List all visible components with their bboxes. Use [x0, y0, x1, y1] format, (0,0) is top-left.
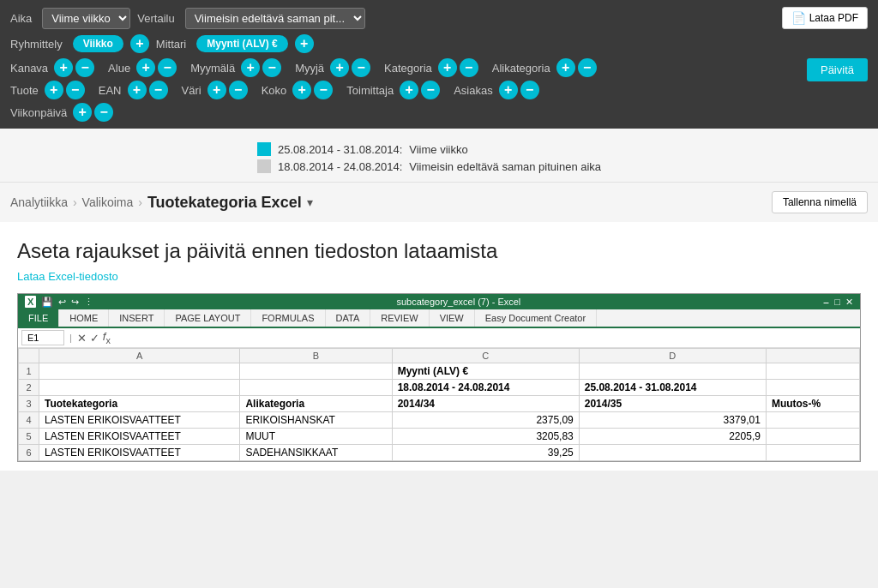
cell-a5[interactable]: LASTEN ERIKOISVAATTEET [39, 429, 240, 445]
paivita-button[interactable]: Päivitä [807, 58, 868, 81]
formula-input[interactable] [116, 333, 857, 343]
toimittaja-add[interactable]: + [400, 81, 418, 99]
cell-e3[interactable]: Muutos-% [766, 396, 859, 412]
cell-e1[interactable] [766, 363, 859, 380]
cell-e4[interactable] [766, 412, 859, 429]
lataa-excel-link[interactable]: Lataa Excel-tiedosto [17, 270, 118, 283]
viikonpaiva-label: Viikonpäivä [10, 106, 67, 119]
vertailu-select[interactable]: Viimeisin edeltävä saman pit... [185, 8, 365, 29]
tab-view[interactable]: VIEW [430, 309, 475, 327]
tuote-remove[interactable]: − [66, 81, 85, 99]
kategoria-remove[interactable]: − [460, 58, 478, 77]
formula-sep: | [69, 333, 72, 343]
viikonpaiva-add[interactable]: + [73, 103, 92, 122]
cell-d1[interactable] [579, 363, 766, 380]
cell-a2[interactable] [39, 380, 240, 396]
cell-e2[interactable] [766, 380, 859, 396]
alue-add[interactable]: + [136, 58, 155, 77]
asiakas-add[interactable]: + [499, 81, 518, 99]
alue-remove[interactable]: − [158, 58, 177, 77]
cancel-formula-button[interactable]: ✕ [77, 332, 87, 345]
kategoria-add[interactable]: + [438, 58, 457, 77]
dim-viikonpaiva: Viikonpäivä + − [10, 103, 113, 122]
confirm-formula-button[interactable]: ✓ [90, 332, 99, 345]
cell-c5[interactable]: 3205,83 [392, 429, 579, 445]
cell-d3[interactable]: 2014/35 [579, 396, 766, 412]
insert-function-button[interactable]: fx [103, 330, 111, 345]
cell-c2[interactable]: 18.08.2014 - 24.08.2014 [392, 380, 579, 396]
cell-d2[interactable]: 25.08.2014 - 31.08.2014 [579, 380, 766, 396]
kanava-remove[interactable]: − [75, 58, 94, 77]
cell-b3[interactable]: Alikategoria [240, 396, 392, 412]
vari-add[interactable]: + [207, 81, 226, 99]
cell-c4[interactable]: 2375,09 [392, 412, 579, 429]
asiakas-remove[interactable]: − [520, 81, 539, 99]
kanava-add[interactable]: + [54, 58, 73, 77]
cell-c1[interactable]: Myynti (ALV) € [392, 363, 579, 380]
maximize-icon[interactable]: □ [834, 297, 840, 308]
cell-reference[interactable]: E1 [21, 330, 64, 345]
tab-insert[interactable]: INSERT [109, 309, 165, 327]
cell-c6[interactable]: 39,25 [392, 445, 579, 461]
excel-quick-save[interactable]: 💾 [41, 297, 53, 308]
excel-redo[interactable]: ↪ [71, 297, 79, 308]
myyja-remove[interactable]: − [352, 58, 370, 77]
legend-date-1: 25.08.2014 - 31.08.2014: [278, 143, 402, 156]
lataa-pdf-button[interactable]: 📄 Lataa PDF [782, 7, 868, 29]
cell-c3[interactable]: 2014/34 [392, 396, 579, 412]
tab-page-layout[interactable]: PAGE LAYOUT [165, 309, 251, 327]
cell-d5[interactable]: 2205,9 [579, 429, 766, 445]
tuote-add[interactable]: + [45, 81, 63, 99]
mittari-add-button[interactable]: + [295, 34, 314, 53]
tab-easy-doc[interactable]: Easy Document Creator [475, 309, 597, 327]
tab-data[interactable]: DATA [326, 309, 371, 327]
ean-label: EAN [99, 84, 122, 97]
excel-mockup: X 💾 ↩ ↪ ⋮ subcategory_excel (7) - Excel … [17, 293, 861, 462]
toimittaja-remove[interactable]: − [421, 81, 440, 99]
cell-a4[interactable]: LASTEN ERIKOISVAATTEET [39, 412, 240, 429]
ryhmittely-add-button[interactable]: + [130, 34, 149, 53]
cell-e5[interactable] [766, 429, 859, 445]
excel-more[interactable]: ⋮ [84, 297, 93, 308]
minimize-icon[interactable]: ‒ [823, 297, 829, 308]
myymala-remove[interactable]: − [262, 58, 281, 77]
cell-b5[interactable]: MUUT [240, 429, 392, 445]
breadcrumb-part1[interactable]: Analytiikka [10, 195, 68, 209]
vari-remove[interactable]: − [229, 81, 248, 99]
alikategoria-add[interactable]: + [556, 58, 575, 77]
breadcrumb-dropdown-icon[interactable]: ▾ [307, 195, 313, 209]
breadcrumb-part2[interactable]: Valikoima [82, 195, 134, 209]
ean-remove[interactable]: − [149, 81, 168, 99]
cell-e6[interactable] [766, 445, 859, 461]
cell-b6[interactable]: SADEHANSIKKAAT [240, 445, 392, 461]
col-header-b: B [240, 349, 392, 363]
cell-d4[interactable]: 3379,01 [579, 412, 766, 429]
myymala-add[interactable]: + [241, 58, 260, 77]
cell-d6[interactable] [579, 445, 766, 461]
cell-b4[interactable]: ERIKOISHANSKAT [240, 412, 392, 429]
tab-formulas[interactable]: FORMULAS [251, 309, 325, 327]
viikonpaiva-remove[interactable]: − [94, 103, 113, 122]
tallenna-nimella-button[interactable]: Tallenna nimellä [772, 191, 868, 213]
cell-b1[interactable] [240, 363, 392, 380]
myynti-tag[interactable]: Myynti (ALV) € [196, 35, 287, 52]
cell-a6[interactable]: LASTEN ERIKOISVAATTEET [39, 445, 240, 461]
excel-undo[interactable]: ↩ [58, 297, 66, 308]
row-num-2: 2 [19, 380, 39, 396]
koko-add[interactable]: + [292, 81, 311, 99]
koko-remove[interactable]: − [314, 81, 333, 99]
aika-select[interactable]: Viime viikko [42, 8, 130, 29]
tab-review[interactable]: REVIEW [370, 309, 429, 327]
myyja-add[interactable]: + [330, 58, 349, 77]
tab-home[interactable]: HOME [59, 309, 109, 327]
close-icon[interactable]: ✕ [845, 297, 853, 308]
cell-a1[interactable] [39, 363, 240, 380]
dim-tuote: Tuote + − [10, 81, 85, 99]
cell-a3[interactable]: Tuotekategoria [39, 396, 240, 412]
ean-add[interactable]: + [128, 81, 147, 99]
excel-grid: A B C D 1 Myynti (ALV) € [18, 348, 860, 461]
viikko-tag[interactable]: Viikko [73, 35, 123, 52]
alikategoria-remove[interactable]: − [578, 58, 597, 77]
cell-b2[interactable] [240, 380, 392, 396]
tab-file[interactable]: FILE [18, 309, 59, 327]
